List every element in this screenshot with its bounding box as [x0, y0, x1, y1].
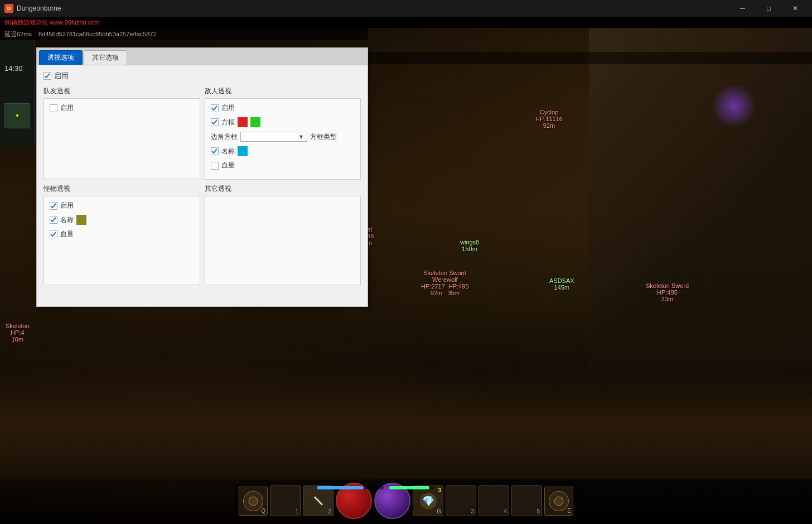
monster-vision-title: 怪物透视	[44, 184, 200, 194]
monster-name-row: 名称	[50, 215, 194, 225]
enemy-vision-title: 敌人透视	[205, 86, 361, 96]
hud-slot-4[interactable]: 4	[478, 485, 509, 516]
hud-slot-e[interactable]: E	[544, 487, 573, 516]
slot-key-3: 3	[471, 508, 474, 515]
dialog-container: 透视选项 其它选项 启用 队友透视	[36, 47, 368, 307]
monster-hp-checkbox[interactable]	[50, 230, 57, 238]
svg-rect-1	[50, 104, 57, 112]
hud-slot-5[interactable]: 5	[511, 485, 542, 516]
ally-vision-section: 队友透视 启用	[44, 86, 200, 180]
top-enable-checkbox[interactable]	[44, 72, 51, 80]
hud-slot-2[interactable]: 2	[303, 485, 334, 516]
slot-key-2: 2	[328, 508, 331, 515]
forum-bar: 96辅助游戏论坛 www.96fuzhu.com	[0, 17, 812, 28]
enemy-name-row: 名称	[211, 146, 355, 156]
other-vision-panel	[205, 196, 361, 285]
enemy-enable-label: 启用	[221, 103, 235, 113]
slot-key-5: 5	[536, 508, 540, 515]
ally-enable-label: 启用	[60, 103, 74, 113]
app-title: Dungeonborne	[17, 4, 61, 12]
slot-key-q: Q	[261, 508, 265, 514]
sections-bottom-row: 怪物透视 启用	[44, 184, 361, 285]
ally-vision-panel: 启用	[44, 98, 200, 179]
svg-point-9	[249, 497, 258, 506]
top-enable-row: 启用	[44, 71, 361, 81]
enemy-vision-section: 敌人透视 启用	[205, 86, 361, 180]
enemy-hp-label: 血量	[221, 161, 235, 170]
hud-slot-3[interactable]: 3	[446, 485, 476, 516]
monster-name-label: 名称	[60, 215, 74, 225]
enemy-name-label: 名称	[221, 147, 235, 156]
enemy-hp-checkbox[interactable]	[211, 162, 219, 170]
monster-name-checkbox[interactable]	[50, 216, 57, 224]
hud-action-bar: Q 1 2 💎 G 3 3 4 5	[234, 480, 578, 521]
slot-key-g: G	[437, 508, 441, 515]
enemy-corner-row: 边角方框 ▼ 方框类型	[211, 132, 355, 142]
tab-other-options[interactable]: 其它选项	[84, 50, 127, 65]
ping-text: 延迟62ms	[4, 30, 32, 39]
other-vision-title: 其它透视	[205, 184, 361, 194]
forum-text: 96辅助游戏论坛 www.96fuzhu.com	[4, 18, 100, 27]
hud-slot-g[interactable]: 💎 G 3	[413, 485, 443, 516]
enemy-frame-checkbox[interactable]	[211, 118, 219, 126]
hud-health-orb	[336, 483, 372, 519]
slot-key-1: 1	[295, 508, 298, 515]
sections-top-row: 队友透视 启用 敌人透视	[44, 86, 361, 180]
ally-vision-title: 队友透视	[44, 86, 200, 96]
hud-bottom: Q 1 2 💎 G 3 3 4 5	[0, 474, 812, 524]
enemy-corner-label: 边角方框	[211, 132, 238, 142]
titlebar-controls: ─ □ ✕	[730, 0, 808, 17]
hud-slot-q[interactable]: Q	[239, 487, 268, 516]
other-vision-section: 其它透视	[205, 184, 361, 285]
monster-name-color[interactable]	[76, 215, 86, 225]
enemy-name-checkbox[interactable]	[211, 147, 219, 155]
svg-point-10	[554, 497, 563, 506]
close-button[interactable]: ✕	[782, 0, 808, 17]
hud-mana-orb	[374, 483, 410, 519]
monster-vision-panel: 启用 名称	[44, 196, 200, 285]
status-bar: 延迟62ms 8d456d52781ca66cc95bb53a257e4ac58…	[0, 28, 368, 40]
time-display: 14:30	[4, 64, 23, 73]
monster-enable-label: 启用	[60, 201, 74, 210]
session-id: 8d456d52781ca66cc95bb53a257e4ac5872	[38, 31, 157, 37]
app-icon: D	[4, 4, 13, 13]
tab-vision-options[interactable]: 透视选项	[39, 50, 83, 65]
minimap	[0, 40, 35, 146]
enemy-frametype-label: 方框类型	[310, 132, 337, 142]
minimize-button[interactable]: ─	[730, 0, 755, 17]
enemy-enable-row: 启用	[211, 103, 355, 113]
svg-rect-5	[211, 162, 218, 169]
top-enable-label: 启用	[54, 71, 69, 81]
monster-vision-section: 怪物透视 启用	[44, 184, 200, 285]
titlebar-left: D Dungeonborne	[4, 4, 61, 13]
enemy-frame-label: 方框	[221, 118, 235, 127]
ally-enable-row: 启用	[50, 103, 194, 113]
tab-bar: 透视选项 其它选项	[37, 48, 368, 65]
titlebar: D Dungeonborne ─ □ ✕	[0, 0, 812, 17]
monster-enable-checkbox[interactable]	[50, 202, 57, 210]
enemy-frame-color2[interactable]	[250, 117, 260, 127]
monster-hp-label: 血量	[60, 229, 74, 239]
enemy-enable-checkbox[interactable]	[211, 104, 219, 112]
maximize-button[interactable]: □	[756, 0, 781, 17]
chevron-down-icon: ▼	[298, 133, 304, 140]
enemy-frame-color1[interactable]	[238, 117, 248, 127]
enemy-hp-row: 血量	[211, 161, 355, 170]
slot-key-e: E	[567, 508, 571, 514]
dialog-content: 启用 队友透视 启用 敌人透视	[37, 65, 368, 295]
monster-enable-row: 启用	[50, 201, 194, 210]
enemy-corner-dropdown[interactable]: ▼	[240, 132, 307, 142]
enemy-vision-panel: 启用 方框 边角方框	[205, 98, 361, 180]
hud-slot-1[interactable]: 1	[270, 485, 301, 516]
ally-enable-checkbox[interactable]	[50, 104, 57, 112]
slot-key-4: 4	[504, 508, 507, 515]
monster-hp-row: 血量	[50, 229, 194, 239]
enemy-name-color[interactable]	[238, 146, 248, 156]
enemy-frame-row: 方框	[211, 117, 355, 127]
